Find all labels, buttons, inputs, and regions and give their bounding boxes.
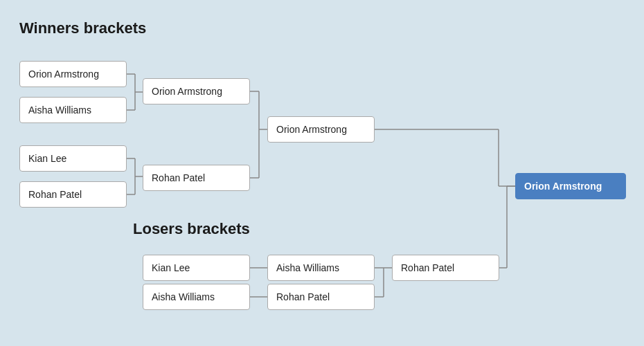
winners-title: Winners brackets (19, 19, 146, 37)
losers-r2-rohan: Rohan Patel (267, 284, 375, 310)
winners-r1-rohan: Rohan Patel (19, 181, 127, 208)
winners-r3-orion: Orion Armstrong (267, 116, 375, 143)
winners-r1-aisha: Aisha Williams (19, 97, 127, 123)
winners-r2-rohan: Rohan Patel (143, 165, 250, 191)
winners-r2-orion: Orion Armstrong (143, 78, 250, 104)
losers-title: Losers brackets (133, 220, 250, 238)
final-orion: Orion Armstrong (515, 173, 626, 199)
losers-r1-kian: Kian Lee (143, 255, 250, 281)
losers-r2-aisha: Aisha Williams (267, 255, 375, 281)
losers-r3-rohan: Rohan Patel (392, 255, 499, 281)
winners-r1-orion: Orion Armstrong (19, 61, 127, 87)
losers-r1-aisha: Aisha Williams (143, 284, 250, 310)
bracket-container: Winners brackets Losers brackets (0, 0, 644, 346)
winners-r1-kian: Kian Lee (19, 145, 127, 172)
